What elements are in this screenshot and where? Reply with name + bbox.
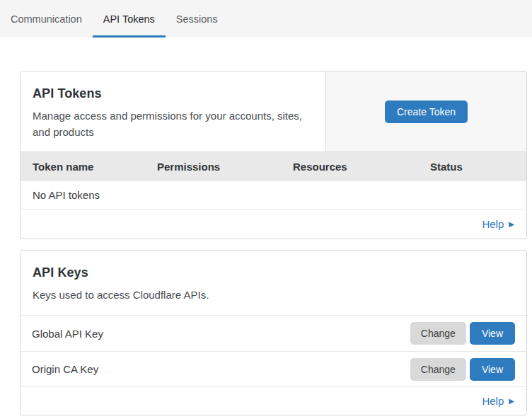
- api-keys-description: Keys used to access Cloudflare APIs.: [33, 287, 512, 303]
- api-tokens-help-link[interactable]: Help ▶: [482, 218, 514, 230]
- api-tokens-card-header: API Tokens Manage access and permissions…: [21, 71, 526, 151]
- key-actions: Change View: [410, 322, 515, 345]
- api-tokens-title: API Tokens: [33, 86, 311, 101]
- change-origin-ca-key-button[interactable]: Change: [410, 358, 466, 381]
- column-header-token-name: Token name: [21, 161, 145, 173]
- api-keys-card: API Keys Keys used to access Cloudflare …: [20, 250, 527, 415]
- tokens-empty-message: No API tokens: [33, 189, 100, 201]
- key-label: Origin CA Key: [32, 363, 410, 375]
- key-row-global-api-key: Global API Key Change View: [21, 316, 526, 351]
- api-tokens-card: API Tokens Manage access and permissions…: [20, 71, 527, 239]
- key-label: Global API Key: [32, 328, 410, 340]
- tab-communication[interactable]: Communication: [0, 0, 93, 38]
- api-keys-title: API Keys: [33, 265, 512, 280]
- tab-api-tokens[interactable]: API Tokens: [93, 0, 166, 38]
- api-tokens-description: Manage access and permissions for your a…: [33, 108, 311, 141]
- api-keys-help-link[interactable]: Help ▶: [482, 395, 514, 407]
- view-global-api-key-button[interactable]: View: [470, 322, 515, 345]
- help-link-label: Help: [482, 395, 504, 407]
- column-header-resources: Resources: [281, 161, 418, 173]
- change-global-api-key-button[interactable]: Change: [410, 322, 466, 345]
- api-tokens-card-header-text: API Tokens Manage access and permissions…: [21, 71, 325, 151]
- key-row-origin-ca-key: Origin CA Key Change View: [21, 351, 526, 386]
- api-tokens-card-footer: Help ▶: [21, 210, 526, 239]
- column-header-permissions: Permissions: [145, 161, 281, 173]
- api-keys-card-footer: Help ▶: [21, 386, 526, 415]
- tokens-empty-state: No API tokens: [21, 181, 526, 210]
- tab-sessions[interactable]: Sessions: [166, 0, 229, 38]
- tokens-table-header: Token name Permissions Resources Status: [21, 151, 526, 181]
- api-tokens-card-header-action: Create Token: [325, 71, 526, 151]
- key-actions: Change View: [410, 358, 515, 381]
- column-header-status: Status: [418, 161, 526, 173]
- api-keys-card-header: API Keys Keys used to access Cloudflare …: [21, 251, 526, 316]
- help-arrow-icon: ▶: [509, 398, 514, 405]
- help-link-label: Help: [482, 218, 504, 230]
- tab-bar: Communication API Tokens Sessions: [0, 0, 532, 38]
- view-origin-ca-key-button[interactable]: View: [470, 358, 515, 381]
- help-arrow-icon: ▶: [509, 221, 514, 228]
- create-token-button[interactable]: Create Token: [385, 101, 468, 123]
